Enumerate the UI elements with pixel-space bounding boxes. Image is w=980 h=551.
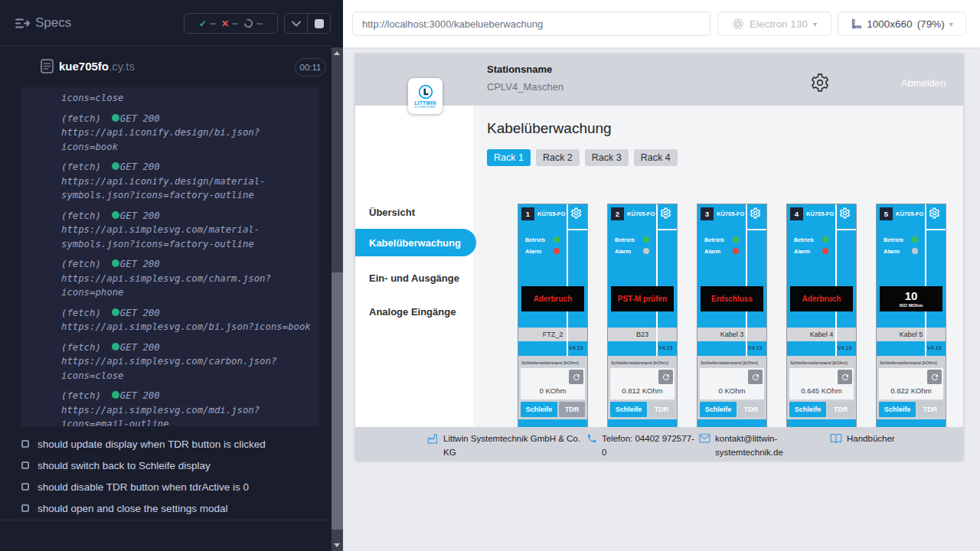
stop-button[interactable] [308, 14, 330, 33]
footer-item-email: kontakt@littwin-systemtechnik.de [699, 432, 795, 460]
email-icon [699, 433, 710, 460]
device-display: Aderbruch [790, 286, 853, 311]
resistance-label: Schleifenwiderstand [kOhm] [790, 360, 854, 365]
spec-row[interactable]: kue705fo.cy.ts 00:11 [0, 46, 332, 86]
spec-name: kue705fo.cy.ts [59, 60, 135, 73]
refresh-icon[interactable] [569, 370, 583, 384]
test-title: should disable TDR button when tdrActive… [38, 481, 249, 493]
test-item[interactable]: should disable TDR button when tdrActive… [0, 476, 332, 497]
card-number-badge: 4 [790, 207, 803, 220]
success-dot-icon [112, 391, 119, 399]
test-item[interactable]: should update display when TDR button is… [0, 433, 332, 455]
success-dot-icon [112, 114, 119, 122]
card-settings-icon[interactable] [839, 207, 851, 219]
tab-rack-1[interactable]: Rack 1 [487, 149, 531, 166]
resistance-label: Schleifenwiderstand [kOhm] [611, 360, 675, 365]
device-model: KÜ705-FO [537, 210, 565, 217]
test-item[interactable]: should open and close the settings modal [0, 497, 332, 519]
sidebar-nav: ÜbersichtKabelüberwachungEin- und Ausgän… [355, 106, 473, 427]
refresh-icon[interactable] [838, 370, 852, 384]
display-alarm-text: Aderbruch [534, 295, 573, 303]
refresh-icon[interactable] [748, 370, 763, 384]
log-request-line: (fetch)GET 200 [61, 160, 316, 174]
schleife-button[interactable]: Schleife [521, 402, 557, 417]
sidebar-item-ein-und-ausgänge[interactable]: Ein- und Ausgänge [355, 264, 473, 292]
refresh-icon[interactable] [927, 370, 942, 384]
url-input[interactable] [352, 11, 710, 36]
refresh-icon[interactable] [658, 370, 673, 384]
littwin-logo: LITTWIN SYSTEMTECHNIK [408, 78, 443, 114]
log-truncated-line: icons=close [61, 91, 316, 106]
scroll-up-arrow-icon[interactable] [334, 51, 340, 55]
card-buttons: SchleifeTDR [879, 402, 943, 417]
request-source: (fetch) [61, 113, 101, 124]
cable-name: Kabel 3 [697, 328, 766, 341]
sidebar-item-analoge-eingänge[interactable]: Analoge Eingänge [355, 298, 473, 325]
card-controls: Schleifenwiderstand [kOhm]0.645 KOhmSchl… [787, 356, 856, 432]
log-entry: (fetch)GET 200https://api.simplesvg.com/… [61, 257, 316, 300]
firmware-version: V4.19 [569, 345, 583, 350]
collapse-chevron-icon[interactable] [285, 14, 307, 33]
firmware-version: V4.19 [658, 345, 672, 350]
tdr-button: TDR [917, 402, 943, 417]
request-source: (fetch) [61, 308, 101, 318]
test-item[interactable]: should switch back to Schleife display [0, 455, 332, 476]
schleife-button[interactable]: Schleife [700, 402, 737, 417]
request-source: (fetch) [61, 390, 101, 401]
footer-text: Telefon: 04402 972577-0 [602, 432, 697, 460]
card-settings-icon[interactable] [929, 207, 940, 219]
tab-rack-4[interactable]: Rack 4 [634, 149, 678, 166]
tdr-button: TDR [648, 402, 675, 417]
alarm-led [554, 248, 560, 254]
device-model: KÜ705-FO [806, 210, 834, 217]
tab-rack-3[interactable]: Rack 3 [585, 149, 629, 166]
sidebar-item-kabelüberwachung[interactable]: Kabelüberwachung [355, 229, 476, 256]
runner-scrollbar[interactable] [332, 0, 343, 551]
schleife-button[interactable]: Schleife [789, 402, 826, 417]
tdr-button[interactable]: TDR [559, 402, 585, 417]
card-buttons: SchleifeTDR [610, 402, 675, 417]
settings-gear-icon[interactable] [810, 73, 830, 93]
cable-name: FTZ_2 [518, 328, 587, 341]
viewport-selector[interactable]: 1000x660 (79%) ▾ [838, 11, 966, 36]
browser-selector[interactable]: Electron 130 ▾ [717, 11, 831, 36]
log-entry: (fetch)GET 200https://api.simplesvg.com/… [61, 306, 316, 334]
betrieb-led [912, 236, 918, 243]
brand-subtitle: SYSTEMTECHNIK [414, 106, 436, 109]
scroll-down-arrow-icon[interactable] [334, 543, 340, 547]
request-status: GET 200 [120, 113, 160, 124]
schleife-button[interactable]: Schleife [879, 402, 916, 417]
divider [568, 229, 587, 230]
footer-item-book[interactable]: Handbücher [830, 432, 895, 446]
scrollbar-track[interactable] [332, 47, 343, 551]
aut-toolbar: Electron 130 ▾ 1000x660 (79%) ▾ [343, 0, 980, 47]
cross-icon: ✕ [221, 18, 229, 29]
card-number-badge: 5 [880, 207, 893, 220]
display-value: 10 [905, 290, 918, 302]
alarm-label: Alarm [615, 248, 631, 255]
test-runner-panel: Specs ✓ -- ✕ -- -- [0, 0, 332, 551]
littwin-logo-icon [418, 84, 433, 99]
test-pending-icon [21, 483, 29, 491]
request-url: https://api.simplesvg.com/bi.json?icons=… [61, 320, 316, 334]
divider [658, 229, 677, 230]
cable-name: Kabel 4 [787, 328, 856, 341]
test-pending-icon [21, 504, 29, 512]
resistance-value: 0.822 KOhm [879, 386, 943, 395]
device-model: KÜ705-FO [717, 210, 744, 217]
request-status: GET 200 [120, 161, 160, 172]
logout-button[interactable]: Abmelden [891, 71, 956, 95]
scrollbar-thumb[interactable] [332, 272, 343, 530]
card-settings-icon[interactable] [750, 207, 761, 219]
specs-menu-icon[interactable] [15, 18, 31, 29]
resistance-readout: 0.812 KOhm [610, 368, 675, 399]
log-entry: (fetch)GET 200https://api.iconify.design… [61, 160, 316, 203]
card-settings-icon[interactable] [570, 207, 582, 219]
request-status: GET 200 [120, 259, 160, 269]
factory-icon [427, 433, 439, 460]
tab-rack-2[interactable]: Rack 2 [536, 149, 580, 166]
card-settings-icon[interactable] [660, 207, 671, 219]
request-source: (fetch) [61, 342, 101, 353]
sidebar-item-übersicht[interactable]: Übersicht [355, 198, 473, 226]
schleife-button[interactable]: Schleife [610, 402, 647, 417]
